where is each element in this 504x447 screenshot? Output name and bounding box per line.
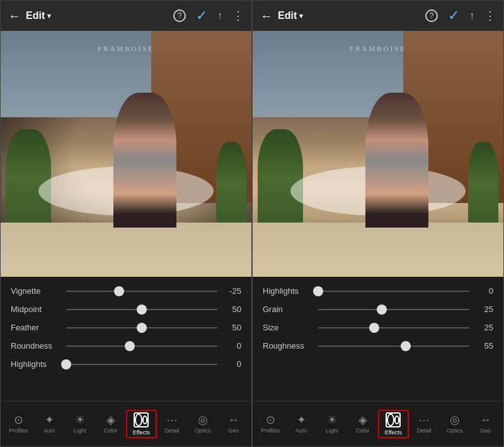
slider-label-feather: Feather	[11, 323, 61, 332]
nav-item-detail[interactable]: ⋯Detail	[157, 412, 188, 436]
controls-area: Vignette-25Midpoint50Feather50Roundness0…	[1, 277, 251, 401]
header-actions: ?✓↑⋮	[173, 8, 244, 24]
slider-track-vignette[interactable]	[66, 291, 217, 292]
controls-area: Highlights0Grain25Size25Roughness55	[253, 277, 503, 401]
slider-value-roughness: 55	[474, 341, 493, 351]
nav-label-auto: Auto	[295, 427, 307, 434]
nav-label-detail: Detail	[417, 427, 432, 434]
nav-label-light: Light	[326, 427, 338, 434]
slider-thumb-roundness[interactable]	[125, 341, 135, 351]
back-button[interactable]: ←	[8, 9, 21, 23]
header-title[interactable]: Edit ▾	[278, 10, 303, 21]
color-icon: ◈	[106, 414, 115, 426]
slider-thumb-size[interactable]	[369, 323, 379, 333]
slider-label-midpoint: Midpoint	[11, 305, 61, 314]
slider-track-feather[interactable]	[66, 327, 217, 328]
profiles-icon: ⊙	[14, 414, 23, 426]
slider-thumb-grain[interactable]	[377, 305, 387, 315]
slider-label-roughness: Roughness	[263, 341, 313, 351]
nav-item-profiles[interactable]: ⊙Profiles	[3, 412, 34, 436]
nav-item-geo[interactable]: ↔Geo	[218, 412, 249, 436]
header-actions: ?✓↑⋮	[425, 8, 496, 24]
nav-label-detail: Detail	[165, 427, 180, 434]
detail-icon: ⋯	[418, 414, 430, 426]
nav-label-color: Color	[104, 427, 118, 434]
nav-label-color: Color	[356, 427, 370, 434]
optics-icon: ◎	[198, 414, 208, 426]
header: ←Edit ▾?✓↑⋮	[1, 1, 251, 31]
share-button[interactable]: ↑	[217, 10, 222, 21]
slider-track-roughness[interactable]	[318, 345, 469, 347]
back-button[interactable]: ←	[260, 9, 273, 23]
slider-row-roundness: Roundness0	[11, 338, 241, 354]
chevron-icon: ▾	[299, 12, 303, 20]
more-button[interactable]: ⋮	[232, 9, 244, 23]
nav-item-auto[interactable]: ✦Auto	[286, 412, 317, 436]
bottom-nav: ⊙Profiles✦Auto☀Light◈ColorEffects⋯Detail…	[253, 401, 503, 446]
nav-item-detail[interactable]: ⋯Detail	[409, 412, 440, 436]
slider-label-roundness: Roundness	[11, 341, 61, 351]
slider-row-size: Size25	[263, 320, 493, 335]
help-button[interactable]: ?	[173, 9, 186, 22]
header-title[interactable]: Edit ▾	[26, 10, 51, 21]
effects-icon	[386, 412, 401, 427]
image-area: FRAMBOISE	[253, 31, 503, 277]
nav-item-light[interactable]: ☀Light	[317, 412, 348, 436]
slider-value-feather: 50	[222, 323, 241, 332]
effects-icon	[134, 412, 149, 427]
check-button[interactable]: ✓	[196, 8, 207, 24]
slider-label-size: Size	[263, 323, 313, 332]
slider-thumb-highlights[interactable]	[61, 359, 71, 369]
nav-label-auto: Auto	[43, 427, 55, 434]
nav-label-effects: Effects	[385, 429, 402, 436]
panel-right: ←Edit ▾?✓↑⋮FRAMBOISEHighlights0Grain25Si…	[252, 0, 504, 447]
auto-icon: ✦	[45, 414, 54, 426]
optics-icon: ◎	[450, 414, 460, 426]
light-icon: ☀	[327, 414, 337, 426]
slider-thumb-midpoint[interactable]	[137, 305, 147, 315]
nav-item-optics[interactable]: ◎Optics	[440, 412, 471, 436]
panel-left: ←Edit ▾?✓↑⋮FRAMBOISEVignette-25Midpoint5…	[0, 0, 252, 447]
slider-track-size[interactable]	[318, 327, 469, 328]
nav-item-effects[interactable]: Effects	[126, 410, 157, 438]
nav-item-auto[interactable]: ✦Auto	[34, 412, 65, 436]
slider-track-highlights[interactable]	[318, 291, 469, 292]
slider-row-midpoint: Midpoint50	[11, 301, 241, 317]
chevron-icon: ▾	[47, 12, 51, 20]
slider-thumb-feather[interactable]	[137, 323, 147, 333]
slider-thumb-highlights[interactable]	[313, 286, 323, 296]
slider-track-midpoint[interactable]	[66, 309, 217, 310]
slider-thumb-vignette[interactable]	[114, 286, 124, 296]
slider-row-feather: Feather50	[11, 320, 241, 335]
nav-item-profiles[interactable]: ⊙Profiles	[255, 412, 286, 436]
nav-item-optics[interactable]: ◎Optics	[188, 412, 219, 436]
nav-item-color[interactable]: ◈Color	[95, 412, 126, 436]
slider-label-vignette: Vignette	[11, 286, 61, 296]
nav-label-effects: Effects	[133, 429, 150, 436]
nav-item-effects[interactable]: Effects	[378, 410, 409, 438]
slider-track-roundness[interactable]	[66, 345, 217, 347]
color-icon: ◈	[358, 414, 367, 426]
nav-item-color[interactable]: ◈Color	[347, 412, 378, 436]
nav-item-light[interactable]: ☀Light	[65, 412, 96, 436]
slider-track-grain[interactable]	[318, 309, 469, 310]
more-button[interactable]: ⋮	[484, 9, 496, 23]
slider-row-highlights: Highlights0	[263, 283, 493, 299]
nav-label-light: Light	[74, 427, 86, 434]
slider-value-midpoint: 50	[222, 305, 241, 314]
help-button[interactable]: ?	[425, 9, 438, 22]
nav-label-geo: Geo	[480, 427, 491, 434]
nav-item-geo[interactable]: ↔Geo	[470, 412, 501, 436]
share-button[interactable]: ↑	[469, 10, 474, 21]
nav-label-optics: Optics	[447, 427, 463, 434]
geo-icon: ↔	[228, 414, 239, 426]
slider-value-highlights: 0	[222, 359, 241, 369]
slider-label-grain: Grain	[263, 305, 313, 314]
geo-icon: ↔	[480, 414, 491, 426]
slider-track-highlights[interactable]	[66, 364, 217, 365]
nav-label-profiles: Profiles	[9, 427, 28, 434]
bottom-nav: ⊙Profiles✦Auto☀Light◈ColorEffects⋯Detail…	[1, 401, 251, 446]
check-button[interactable]: ✓	[448, 8, 459, 24]
slider-thumb-roughness[interactable]	[401, 341, 411, 351]
image-area: FRAMBOISE	[1, 31, 251, 277]
